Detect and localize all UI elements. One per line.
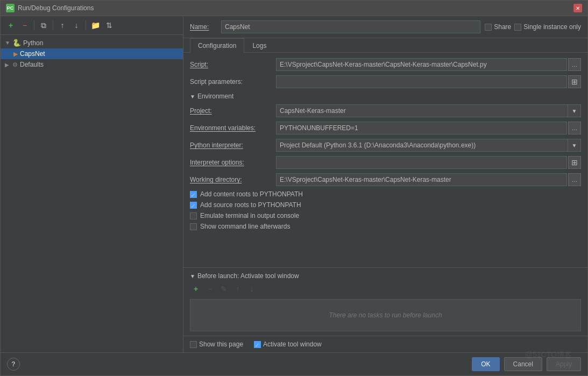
show-command-line-checkbox[interactable] xyxy=(190,223,197,230)
app-icon: PC xyxy=(6,4,15,12)
single-instance-label: Single instance only xyxy=(523,23,581,31)
copy-config-button[interactable]: ⧉ xyxy=(38,19,49,31)
sort-button[interactable]: ⇅ xyxy=(103,19,115,31)
activate-tool-window-text: Activate tool window xyxy=(263,340,322,348)
tree-label-python: Python xyxy=(23,39,43,47)
single-instance-checkbox[interactable] xyxy=(514,24,521,31)
project-select[interactable]: CapsNet-Keras-master xyxy=(276,104,568,117)
toolbar-sep-1 xyxy=(34,20,34,30)
show-this-page-label[interactable]: Show this page xyxy=(190,340,243,348)
emulate-terminal-checkbox[interactable] xyxy=(190,212,197,219)
script-browse-button[interactable]: … xyxy=(568,58,581,71)
env-section-title: Environment xyxy=(197,93,233,100)
run-debug-dialog: PC Run/Debug Configurations ✕ + − ⧉ ↑ ↓ … xyxy=(0,0,588,376)
script-input[interactable] xyxy=(276,58,567,71)
script-params-expand-button[interactable]: ⊞ xyxy=(568,75,581,88)
script-label: Script: xyxy=(190,61,276,68)
no-tasks-text: There are no tasks to run before launch xyxy=(318,301,452,330)
env-vars-browse-button[interactable]: … xyxy=(568,122,581,134)
dialog-footer: ? OK Cancel Apply xyxy=(1,352,587,375)
footer-right: OK Cancel Apply xyxy=(472,357,581,371)
single-instance-checkbox-label[interactable]: Single instance only xyxy=(514,23,581,31)
activate-tool-window-label[interactable]: ✓ Activate tool window xyxy=(254,340,322,348)
tab-logs[interactable]: Logs xyxy=(244,38,274,53)
move-down-button[interactable]: ↓ xyxy=(70,19,82,31)
add-source-roots-checkbox[interactable]: ✓ xyxy=(190,202,197,209)
interpreter-select[interactable]: Project Default (Python 3.6.1 (D:\Anacon… xyxy=(276,139,568,152)
interpreter-options-label: Interpreter options: xyxy=(190,159,276,166)
help-button[interactable]: ? xyxy=(7,358,20,371)
env-vars-input[interactable] xyxy=(276,122,567,134)
tree-item-python[interactable]: ▼ 🐍 Python xyxy=(1,37,183,48)
tab-configuration[interactable]: Configuration xyxy=(190,38,244,53)
ok-button[interactable]: OK xyxy=(472,357,499,371)
config-tabs: Configuration Logs xyxy=(183,38,587,53)
bl-add-button[interactable]: + xyxy=(190,283,202,295)
interpreter-dropdown-arrow[interactable]: ▼ xyxy=(568,139,581,152)
working-dir-row: Working directory: … xyxy=(190,173,581,186)
tree-item-capsnet[interactable]: ▶ CapsNet xyxy=(1,48,183,59)
title-bar-left: PC Run/Debug Configurations xyxy=(6,4,94,12)
tree-arrow-python: ▼ xyxy=(5,40,10,46)
name-label: Name: xyxy=(190,23,217,31)
bl-up-button[interactable]: ↑ xyxy=(232,283,244,295)
add-content-roots-checkbox[interactable]: ✓ xyxy=(190,191,197,198)
interpreter-options-input[interactable] xyxy=(276,156,567,169)
before-launch-arrow[interactable]: ▼ xyxy=(190,273,195,279)
working-dir-browse-button[interactable]: … xyxy=(568,173,581,186)
working-dir-input[interactable] xyxy=(276,173,567,186)
env-section-arrow[interactable]: ▼ xyxy=(190,94,195,100)
show-command-line-label: Show command line afterwards xyxy=(200,223,290,230)
interpreter-options-expand-button[interactable]: ⊞ xyxy=(568,156,581,169)
show-this-page-checkbox[interactable] xyxy=(190,341,197,348)
activate-tool-window-checkbox[interactable]: ✓ xyxy=(254,341,261,348)
project-label: Project: xyxy=(190,107,276,115)
env-vars-row: Environment variables: … xyxy=(190,122,581,134)
dialog-title: Run/Debug Configurations xyxy=(18,4,94,12)
left-toolbar: + − ⧉ ↑ ↓ 📁 ⇅ xyxy=(1,16,183,35)
project-row: Project: CapsNet-Keras-master ▼ xyxy=(190,104,581,117)
tree-arrow-defaults: ▶ xyxy=(5,62,10,68)
checkbox-emulate-terminal: Emulate terminal in output console xyxy=(190,212,581,219)
folder-button[interactable]: 📁 xyxy=(89,19,101,31)
bl-down-button[interactable]: ↓ xyxy=(246,283,258,295)
python-icon: 🐍 xyxy=(12,39,21,47)
env-section-header: ▼ Environment xyxy=(190,93,581,100)
add-config-button[interactable]: + xyxy=(5,19,17,31)
config-icon: ▶ xyxy=(13,51,18,58)
before-launch-toolbar: + − ✎ ↑ ↓ xyxy=(190,283,581,295)
share-label: Share xyxy=(494,23,511,31)
share-checkbox-label[interactable]: Share xyxy=(485,23,511,31)
interpreter-row: Python interpreter: Project Default (Pyt… xyxy=(190,139,581,152)
script-params-input[interactable] xyxy=(276,75,567,88)
main-content: + − ⧉ ↑ ↓ 📁 ⇅ ▼ 🐍 Python xyxy=(1,16,587,352)
name-input[interactable] xyxy=(221,20,480,33)
footer-left: ? xyxy=(7,358,20,371)
tree-item-defaults[interactable]: ▶ ⚙ Defaults xyxy=(1,59,183,70)
cancel-button[interactable]: Cancel xyxy=(504,357,542,371)
bl-remove-button[interactable]: − xyxy=(204,283,216,295)
close-button[interactable]: ✕ xyxy=(573,4,582,12)
show-this-page-text: Show this page xyxy=(199,340,243,348)
config-panel: Script: … Script parameters: ⊞ ▼ Envir xyxy=(183,53,587,267)
bottom-checkboxes: Show this page ✓ Activate tool window xyxy=(183,336,587,352)
toolbar-sep-3 xyxy=(86,20,86,30)
remove-config-button[interactable]: − xyxy=(19,19,31,31)
right-panel: Name: Share Single instance only Configu xyxy=(183,16,587,352)
share-checkbox[interactable] xyxy=(485,24,492,31)
checkbox-add-content-roots: ✓ Add content roots to PYTHONPATH xyxy=(190,190,581,198)
apply-button[interactable]: Apply xyxy=(547,357,581,371)
title-bar: PC Run/Debug Configurations ✕ xyxy=(1,1,587,16)
checkbox-add-source-roots: ✓ Add source roots to PYTHONPATH xyxy=(190,201,581,209)
toolbar-sep-2 xyxy=(53,20,53,30)
move-up-button[interactable]: ↑ xyxy=(56,19,68,31)
bl-edit-button[interactable]: ✎ xyxy=(218,283,230,295)
interpreter-label: Python interpreter: xyxy=(190,141,276,149)
checkbox-show-command-line: Show command line afterwards xyxy=(190,223,581,230)
defaults-icon: ⚙ xyxy=(12,61,18,68)
project-dropdown-arrow[interactable]: ▼ xyxy=(568,104,581,117)
add-content-roots-label: Add content roots to PYTHONPATH xyxy=(200,190,303,198)
tree-label-capsnet: CapsNet xyxy=(20,50,45,58)
working-dir-label: Working directory: xyxy=(190,176,276,183)
tree-label-defaults: Defaults xyxy=(20,61,44,68)
